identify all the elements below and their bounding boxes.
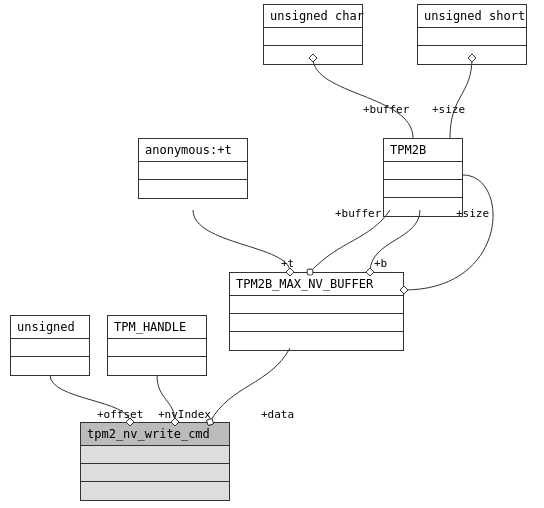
unsigned-box: unsigned: [10, 315, 90, 376]
tpm2-nv-write-cmd-title: tpm2_nv_write_cmd: [81, 423, 229, 446]
size-mid-label: +size: [456, 207, 489, 220]
offset-label: +offset: [97, 408, 143, 421]
tpm2b-box: TPM2B: [383, 138, 463, 217]
anonymous-box: anonymous:+t: [138, 138, 248, 199]
anonymous-title: anonymous:+t: [139, 139, 247, 162]
data-label: +data: [261, 408, 294, 421]
tpm2-nv-write-cmd-box: tpm2_nv_write_cmd: [80, 422, 230, 501]
unsigned-title: unsigned: [11, 316, 89, 339]
tpm-handle-box: TPM_HANDLE: [107, 315, 207, 376]
tpm2b-title: TPM2B: [384, 139, 462, 162]
tpm-handle-title: TPM_HANDLE: [108, 316, 206, 339]
buffer-top-label: +buffer: [363, 103, 409, 116]
size-top-label: +size: [432, 103, 465, 116]
diagram: unsigned char unsigned short anonymous:+…: [0, 0, 544, 508]
b-label: +b: [374, 257, 387, 270]
tpm2b-max-nv-buffer-box: TPM2B_MAX_NV_BUFFER: [229, 272, 404, 351]
unsigned-short-title: unsigned short: [418, 5, 526, 28]
buffer-mid-label: +buffer: [335, 207, 381, 220]
t-label: +t: [281, 257, 294, 270]
unsigned-char-box: unsigned char: [263, 4, 363, 65]
unsigned-short-box: unsigned short: [417, 4, 527, 65]
unsigned-char-title: unsigned char: [264, 5, 362, 28]
nvindex-label: +nvIndex: [158, 408, 211, 421]
tpm2b-max-nv-buffer-title: TPM2B_MAX_NV_BUFFER: [230, 273, 403, 296]
